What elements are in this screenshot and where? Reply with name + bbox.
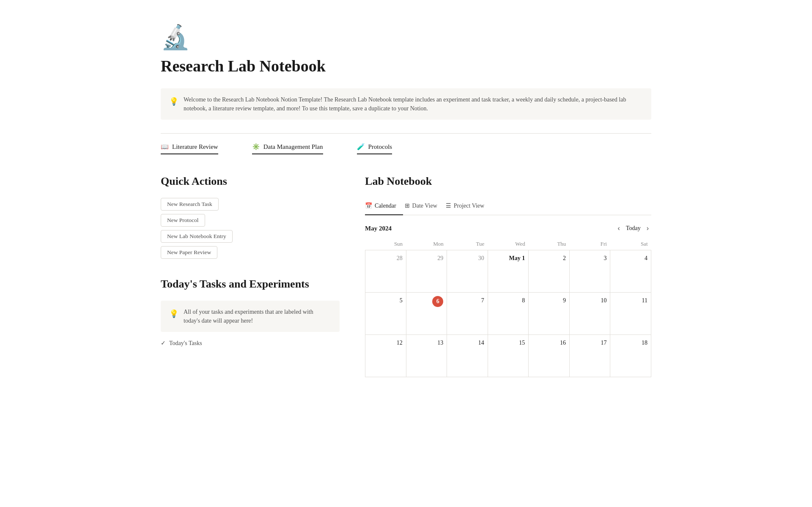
day-number: May 1 — [491, 254, 525, 263]
nav-link-literature-review[interactable]: 📖 Literature Review — [161, 142, 218, 154]
tasks-info-box: 💡 All of your tasks and experiments that… — [161, 301, 340, 332]
tab-date-view[interactable]: ⊞ Date View — [403, 198, 444, 215]
nav-link-label: Data Management Plan — [263, 142, 323, 152]
quick-actions-list: New Research Task New Protocol New Lab N… — [161, 198, 340, 259]
day-header-fri: Fri — [569, 238, 610, 250]
day-number: 15 — [491, 338, 525, 347]
calendar-week-1: 28 29 30 May 1 2 3 4 — [365, 250, 651, 292]
day-cell[interactable]: 17 — [569, 334, 610, 377]
tab-calendar[interactable]: 📅 Calendar — [365, 198, 403, 215]
day-cell[interactable]: 9 — [529, 292, 570, 334]
tab-calendar-label: Calendar — [375, 201, 396, 210]
day-number: 12 — [369, 338, 403, 347]
calendar-navigation: ‹ Today › — [615, 224, 651, 233]
day-number: 2 — [532, 254, 566, 263]
day-cell[interactable]: 16 — [529, 334, 570, 377]
day-number: 11 — [614, 296, 647, 305]
page-icon: 🔬 — [161, 25, 651, 49]
day-header-tue: Tue — [447, 238, 488, 250]
day-number: 9 — [532, 296, 566, 305]
asterisk-icon: ✳️ — [252, 142, 260, 152]
book-icon: 📖 — [161, 142, 169, 152]
checkmark-icon: ✓ — [161, 339, 166, 348]
tab-date-view-label: Date View — [412, 201, 437, 210]
day-header-sat: Sat — [610, 238, 651, 250]
quick-actions-title: Quick Actions — [161, 173, 340, 189]
main-content: Quick Actions New Research Task New Prot… — [161, 173, 651, 377]
tasks-info-text: All of your tasks and experiments that a… — [184, 307, 331, 325]
day-cell[interactable]: 29 — [406, 250, 447, 292]
page-container: 🔬 Research Lab Notebook 💡 Welcome to the… — [127, 0, 685, 411]
day-cell[interactable]: 7 — [447, 292, 488, 334]
left-column: Quick Actions New Research Task New Prot… — [161, 173, 340, 377]
day-cell[interactable]: 30 — [447, 250, 488, 292]
day-number: 13 — [410, 338, 444, 347]
day-number: 5 — [369, 296, 403, 305]
day-header-thu: Thu — [529, 238, 570, 250]
day-cell-today[interactable]: 6 — [406, 292, 447, 334]
nav-link-protocols[interactable]: 🧪 Protocols — [357, 142, 392, 154]
flask-icon: 🧪 — [357, 142, 365, 152]
day-number: 3 — [573, 254, 607, 263]
grid-icon: ⊞ — [405, 201, 410, 210]
day-cell[interactable]: 10 — [569, 292, 610, 334]
day-header-mon: Mon — [406, 238, 447, 250]
day-header-sun: Sun — [365, 238, 406, 250]
calendar-tabs: 📅 Calendar ⊞ Date View ☰ Project View — [365, 198, 651, 215]
nav-link-label: Literature Review — [172, 142, 218, 152]
calendar-header: May 2024 ‹ Today › — [365, 224, 651, 233]
nav-link-data-management[interactable]: ✳️ Data Management Plan — [252, 142, 323, 154]
day-cell[interactable]: May 1 — [488, 250, 529, 292]
info-icon: 💡 — [169, 96, 178, 107]
tasks-info-icon: 💡 — [169, 308, 178, 320]
day-cell[interactable]: 12 — [365, 334, 406, 377]
divider — [161, 133, 651, 134]
lab-notebook-title: Lab Notebook — [365, 173, 651, 189]
day-number: 16 — [532, 338, 566, 347]
new-protocol-button[interactable]: New Protocol — [161, 214, 205, 227]
day-cell[interactable]: 14 — [447, 334, 488, 377]
day-cell[interactable]: 5 — [365, 292, 406, 334]
day-number: 28 — [369, 254, 403, 263]
day-cell[interactable]: 18 — [610, 334, 651, 377]
calendar-month: May 2024 — [365, 224, 392, 233]
tab-project-view[interactable]: ☰ Project View — [444, 198, 491, 215]
tab-project-view-label: Project View — [454, 201, 484, 210]
list-icon: ☰ — [446, 201, 451, 210]
day-cell[interactable]: 15 — [488, 334, 529, 377]
day-number: 30 — [450, 254, 484, 263]
today-badge: 6 — [432, 296, 443, 307]
day-number: 10 — [573, 296, 607, 305]
prev-month-button[interactable]: ‹ — [615, 224, 623, 233]
new-research-task-button[interactable]: New Research Task — [161, 198, 219, 211]
new-paper-review-button[interactable]: New Paper Review — [161, 246, 217, 259]
day-cell[interactable]: 11 — [610, 292, 651, 334]
day-number: 8 — [491, 296, 525, 305]
calendar-week-3: 12 13 14 15 16 17 18 — [365, 334, 651, 377]
day-number: 18 — [614, 338, 647, 347]
today-tasks-label: Today's Tasks — [169, 339, 202, 348]
nav-links: 📖 Literature Review ✳️ Data Management P… — [161, 142, 651, 156]
day-number: 14 — [450, 338, 484, 347]
info-box: 💡 Welcome to the Research Lab Notebook N… — [161, 88, 651, 120]
calendar-grid: Sun Mon Tue Wed Thu Fri Sat 28 29 30 — [365, 238, 651, 377]
new-lab-notebook-entry-button[interactable]: New Lab Notebook Entry — [161, 230, 233, 243]
right-column: Lab Notebook 📅 Calendar ⊞ Date View ☰ Pr… — [365, 173, 651, 377]
day-cell[interactable]: 13 — [406, 334, 447, 377]
info-text: Welcome to the Research Lab Notebook Not… — [184, 95, 643, 113]
day-cell[interactable]: 28 — [365, 250, 406, 292]
day-cell[interactable]: 8 — [488, 292, 529, 334]
tasks-title: Today's Tasks and Experiments — [161, 276, 340, 292]
today-tasks-link[interactable]: ✓ Today's Tasks — [161, 339, 340, 348]
nav-link-label: Protocols — [368, 142, 392, 152]
day-cell[interactable]: 3 — [569, 250, 610, 292]
calendar-week-2: 5 6 7 8 9 10 11 — [365, 292, 651, 334]
day-cell[interactable]: 2 — [529, 250, 570, 292]
day-number: 4 — [614, 254, 647, 263]
day-number: 29 — [410, 254, 444, 263]
next-month-button[interactable]: › — [644, 224, 651, 233]
day-cell[interactable]: 4 — [610, 250, 651, 292]
day-number: 7 — [450, 296, 484, 305]
today-button[interactable]: Today — [626, 225, 641, 232]
calendar-header-row: Sun Mon Tue Wed Thu Fri Sat — [365, 238, 651, 250]
